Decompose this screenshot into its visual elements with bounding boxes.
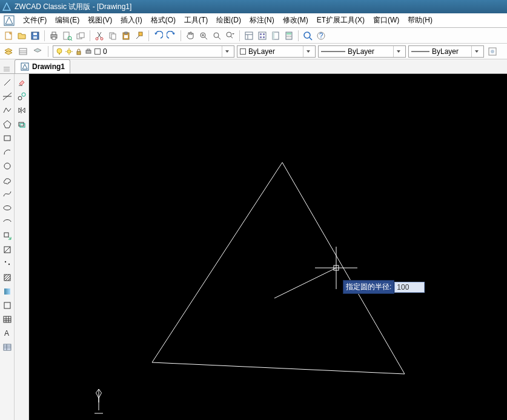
drawing-canvas[interactable]: 指定圆的半径: <box>29 74 507 420</box>
separator <box>181 30 181 41</box>
chevron-down-icon[interactable] <box>222 46 231 57</box>
menu-file[interactable]: 文件(F) <box>21 14 49 27</box>
gradient-tool[interactable] <box>1 285 13 298</box>
match-prop-button[interactable] <box>133 30 145 42</box>
offset-tool[interactable] <box>16 118 28 130</box>
save-button[interactable] <box>29 30 41 42</box>
tool-palette-button[interactable] <box>270 30 282 42</box>
separator <box>44 30 45 41</box>
xline-tool[interactable] <box>1 90 13 102</box>
spline-tool[interactable] <box>1 188 13 200</box>
revcloud-tool[interactable] <box>1 174 13 186</box>
properties-button[interactable] <box>243 30 255 42</box>
dynamic-input-label: 指定圆的半径: <box>343 280 394 294</box>
menu-bar: 文件(F) 编辑(E) 视图(V) 插入(I) 格式(O) 工具(T) 绘图(D… <box>0 13 507 28</box>
region-tool[interactable] <box>1 299 13 312</box>
calculator-button[interactable] <box>283 30 295 42</box>
plot-style-button[interactable] <box>486 45 499 58</box>
svg-point-14 <box>101 38 103 40</box>
svg-line-69 <box>4 79 10 85</box>
hatch-tool[interactable] <box>1 272 13 284</box>
insert-block-tool[interactable] <box>1 230 13 242</box>
menu-modify[interactable]: 修改(M) <box>280 14 311 27</box>
svg-rect-16 <box>111 34 116 39</box>
zoom-window-button[interactable] <box>211 30 223 42</box>
circle-tool[interactable] <box>1 160 13 172</box>
dynamic-input-field[interactable] <box>394 282 425 293</box>
cut-button[interactable] <box>93 30 105 42</box>
svg-rect-33 <box>260 33 262 35</box>
copy-button[interactable] <box>107 30 119 42</box>
menu-tools[interactable]: 工具(T) <box>182 14 210 27</box>
svg-line-97 <box>274 268 336 298</box>
svg-rect-18 <box>125 32 127 34</box>
menu-dim[interactable]: 标注(N) <box>247 14 277 27</box>
menu-format[interactable]: 格式(O) <box>148 14 178 27</box>
mtext-tool[interactable]: A <box>1 327 13 339</box>
arc-tool[interactable] <box>1 146 13 158</box>
tab-handle[interactable] <box>2 65 15 73</box>
table-tool[interactable] <box>1 313 13 325</box>
linetype-dropdown[interactable]: ByLayer <box>318 45 406 58</box>
svg-rect-88 <box>4 344 11 350</box>
help-button[interactable]: ? <box>315 30 327 42</box>
print-preview-button[interactable] <box>61 30 73 42</box>
layer-props-button[interactable] <box>2 45 15 58</box>
svg-rect-4 <box>33 36 37 39</box>
line-tool[interactable] <box>1 76 13 88</box>
polygon-tool[interactable] <box>1 118 13 130</box>
dynamic-input: 指定圆的半径: <box>343 280 425 294</box>
svg-rect-80 <box>4 288 10 295</box>
menu-view[interactable]: 视图(V) <box>85 14 114 27</box>
zoom-extents-button[interactable] <box>302 30 314 42</box>
svg-rect-72 <box>4 136 10 141</box>
polyline-tool[interactable] <box>1 104 13 116</box>
svg-point-53 <box>67 50 71 53</box>
table2-tool[interactable] <box>1 341 13 353</box>
layer-dropdown[interactable]: 0 <box>53 45 234 58</box>
zoom-realtime-button[interactable] <box>197 30 210 42</box>
open-file-button[interactable] <box>16 30 28 42</box>
menu-edit[interactable]: 编辑(E) <box>53 14 82 27</box>
undo-button[interactable] <box>152 30 164 42</box>
layer-states-button[interactable] <box>17 45 29 58</box>
svg-rect-38 <box>273 32 274 39</box>
linetype-value: ByLayer <box>348 47 374 56</box>
svg-rect-3 <box>33 33 37 35</box>
lineweight-dropdown[interactable]: ByLayer <box>408 45 484 58</box>
svg-point-64 <box>491 50 494 53</box>
doc-tab-drawing1[interactable]: Drawing1 <box>15 59 70 73</box>
plot-icon <box>85 48 92 55</box>
color-dropdown[interactable]: ByLayer <box>237 45 316 58</box>
chevron-down-icon[interactable] <box>303 46 313 57</box>
menu-draw[interactable]: 绘图(D) <box>214 14 244 27</box>
menu-help[interactable]: 帮助(H) <box>405 14 435 27</box>
mirror-tool[interactable] <box>16 104 28 116</box>
svg-line-26 <box>218 37 220 39</box>
new-file-button[interactable] <box>2 30 15 42</box>
svg-rect-19 <box>124 35 128 38</box>
layer-filter-button[interactable] <box>31 45 44 58</box>
menu-insert[interactable]: 插入(I) <box>118 14 144 27</box>
menu-et[interactable]: ET扩展工具(X) <box>314 14 367 27</box>
paste-button[interactable] <box>120 30 132 42</box>
copy-tool[interactable] <box>16 90 28 102</box>
svg-rect-79 <box>4 275 10 281</box>
zoom-dropdown-button[interactable] <box>224 30 236 42</box>
ellipse-tool[interactable] <box>1 202 13 214</box>
draw-toolbar: A <box>0 74 15 420</box>
chevron-down-icon[interactable] <box>393 46 403 57</box>
print-button[interactable] <box>48 30 60 42</box>
chevron-down-icon[interactable] <box>471 46 481 57</box>
rectangle-tool[interactable] <box>1 132 13 144</box>
pan-button[interactable] <box>184 30 196 42</box>
point-tool[interactable] <box>1 258 13 270</box>
design-center-button[interactable] <box>256 30 268 42</box>
redo-button[interactable] <box>165 30 177 42</box>
make-block-tool[interactable] <box>1 244 13 256</box>
publish-button[interactable] <box>75 30 87 42</box>
erase-tool[interactable] <box>16 76 28 88</box>
ellipse-arc-tool[interactable] <box>1 216 13 228</box>
menu-window[interactable]: 窗口(W) <box>371 14 402 27</box>
svg-point-25 <box>214 33 219 38</box>
